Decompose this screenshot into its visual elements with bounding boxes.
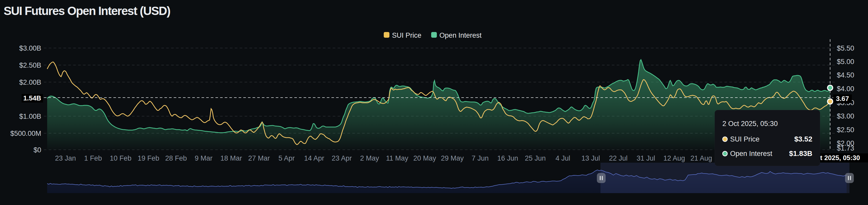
svg-text:5 Apr: 5 Apr bbox=[278, 154, 294, 162]
svg-text:25 Jun: 25 Jun bbox=[525, 154, 546, 162]
svg-text:$1.83B: $1.83B bbox=[789, 150, 812, 157]
svg-text:$5.50: $5.50 bbox=[837, 44, 854, 52]
svg-text:2 May: 2 May bbox=[360, 154, 379, 162]
svg-text:10 Feb: 10 Feb bbox=[110, 154, 131, 162]
svg-text:Open Interest: Open Interest bbox=[439, 31, 482, 39]
svg-text:7 Jun: 7 Jun bbox=[472, 154, 489, 162]
svg-text:SUI Futures Open Interest (USD: SUI Futures Open Interest (USD) bbox=[4, 4, 170, 18]
svg-text:$5.00: $5.00 bbox=[837, 58, 854, 66]
svg-text:12 Aug: 12 Aug bbox=[663, 154, 685, 162]
svg-text:14 Apr: 14 Apr bbox=[304, 154, 324, 162]
svg-text:27 Mar: 27 Mar bbox=[248, 154, 270, 162]
svg-text:23 Jan: 23 Jan bbox=[55, 154, 76, 162]
svg-text:9 Mar: 9 Mar bbox=[194, 154, 212, 162]
svg-text:$500.00M: $500.00M bbox=[10, 130, 41, 137]
svg-text:20 May: 20 May bbox=[413, 154, 436, 162]
svg-text:4 Jul: 4 Jul bbox=[555, 154, 570, 162]
svg-text:$4.50: $4.50 bbox=[837, 71, 854, 79]
svg-text:$1.00B: $1.00B bbox=[19, 112, 41, 120]
svg-text:2 Oct 2025, 05:30: 2 Oct 2025, 05:30 bbox=[722, 120, 778, 128]
svg-text:$2.00B: $2.00B bbox=[19, 78, 41, 86]
svg-text:$2.50B: $2.50B bbox=[19, 61, 41, 69]
svg-text:$2.50: $2.50 bbox=[837, 126, 854, 134]
svg-text:$0: $0 bbox=[33, 146, 41, 154]
svg-text:$1.73: $1.73 bbox=[837, 144, 854, 152]
svg-text:$3.00: $3.00 bbox=[837, 112, 854, 120]
svg-text:18 Mar: 18 Mar bbox=[220, 154, 242, 162]
svg-text:1.54B: 1.54B bbox=[23, 94, 41, 102]
svg-text:$3.52: $3.52 bbox=[794, 135, 812, 143]
svg-text:22 Jul: 22 Jul bbox=[609, 154, 627, 162]
svg-text:29 May: 29 May bbox=[441, 154, 464, 162]
svg-text:SUI Price: SUI Price bbox=[730, 135, 760, 143]
svg-text:31 Jul: 31 Jul bbox=[637, 154, 655, 162]
svg-text:16 Jun: 16 Jun bbox=[497, 154, 518, 162]
svg-text:Open Interest: Open Interest bbox=[730, 150, 772, 157]
svg-text:23 Apr: 23 Apr bbox=[332, 154, 352, 162]
svg-text:28 Feb: 28 Feb bbox=[165, 154, 187, 162]
svg-text:11 May: 11 May bbox=[386, 154, 408, 162]
svg-text:1 Feb: 1 Feb bbox=[84, 154, 102, 162]
svg-text:3.67: 3.67 bbox=[836, 95, 849, 103]
svg-text:21 Aug: 21 Aug bbox=[690, 154, 712, 162]
svg-text:$4.00: $4.00 bbox=[837, 85, 854, 93]
svg-text:$3.00B: $3.00B bbox=[19, 44, 41, 52]
svg-text:SUI Price: SUI Price bbox=[392, 31, 422, 39]
svg-text:13 Jul: 13 Jul bbox=[581, 154, 600, 162]
svg-text:19 Feb: 19 Feb bbox=[137, 154, 159, 162]
